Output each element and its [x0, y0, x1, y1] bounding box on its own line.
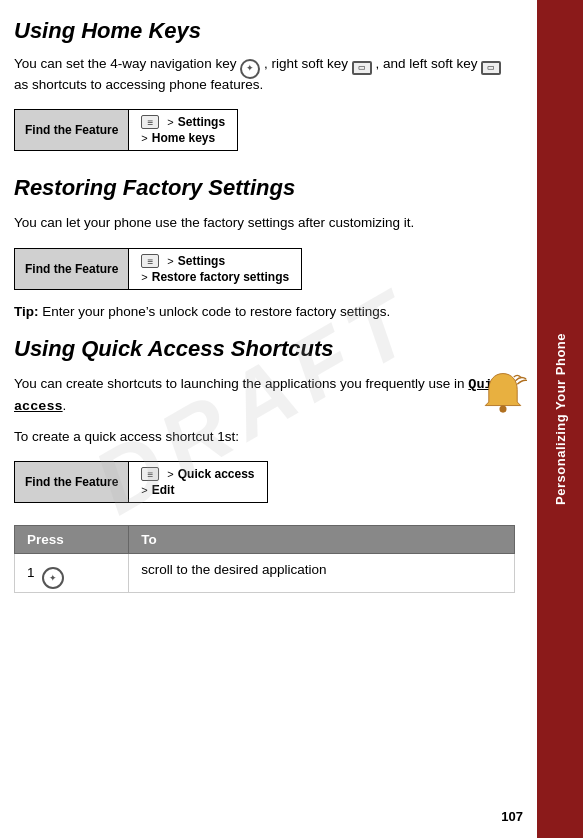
arrow1-2: > [167, 255, 173, 267]
table-header-row: Press To [15, 526, 515, 554]
main-content: Using Home Keys You can set the 4-way na… [0, 0, 535, 611]
find-feature-content-1: > Settings > Home keys [129, 110, 237, 150]
find-feature-content-3: > Quick access > Edit [129, 462, 266, 502]
right-soft-icon: ▭ [352, 61, 372, 75]
arrow2-2: > [141, 271, 147, 283]
find-feature-home-keys: Find the Feature > Settings > Home keys [14, 109, 238, 151]
find-feature-row1-2: > Settings [141, 254, 289, 268]
tip-body: Enter your phone’s unlock code to restor… [39, 304, 391, 319]
menu-icon-1 [141, 115, 159, 129]
arrow2-1: > [141, 132, 147, 144]
menu-icon-3 [141, 467, 159, 481]
section3-body-post: . [63, 398, 67, 413]
settings-label-1: Settings [178, 115, 225, 129]
bell-icon [479, 370, 527, 418]
table-col2-header: To [129, 526, 515, 554]
find-feature-label-2: Find the Feature [15, 249, 129, 289]
find-feature-factory: Find the Feature > Settings > Restore fa… [14, 248, 302, 290]
quick-access-table: Press To 1 ✦ scroll to the desired appli… [14, 525, 515, 593]
step-number: 1 [27, 565, 35, 580]
restore-label: Restore factory settings [152, 270, 289, 284]
tip-text: Tip: Enter your phone’s unlock code to r… [14, 302, 515, 322]
table-col1-header: Press [15, 526, 129, 554]
nav-key-icon: ✦ [240, 59, 260, 79]
section1-body-post: as shortcuts to accessing phone features… [14, 77, 263, 92]
arrow1-1: > [167, 116, 173, 128]
table-row: 1 ✦ scroll to the desired application [15, 554, 515, 593]
arrow1-3: > [167, 468, 173, 480]
section3-body2: To create a quick access shortcut 1st: [14, 427, 515, 447]
sidebar-label: Personalizing Your Phone [553, 333, 568, 505]
section1-body-pre: You can set the 4-way navigation key [14, 56, 236, 71]
settings-label-2: Settings [178, 254, 225, 268]
menu-icon-2 [141, 254, 159, 268]
tip-prefix: Tip: [14, 304, 39, 319]
find-feature-row2-1: > Home keys [141, 131, 225, 145]
sidebar: Personalizing Your Phone [537, 0, 583, 838]
section2-body: You can let your phone use the factory s… [14, 213, 515, 233]
section3-title: Using Quick Access Shortcuts [14, 336, 515, 362]
section3-body1: You can create shortcuts to launching th… [14, 374, 515, 417]
find-feature-row1-3: > Quick access [141, 467, 254, 481]
find-feature-label-1: Find the Feature [15, 110, 129, 150]
svg-point-0 [499, 406, 506, 413]
find-feature-quick-access: Find the Feature > Quick access > Edit [14, 461, 268, 503]
arrow2-3: > [141, 484, 147, 496]
table-cell-action: scroll to the desired application [129, 554, 515, 593]
find-feature-row2-3: > Edit [141, 483, 254, 497]
find-feature-content-2: > Settings > Restore factory settings [129, 249, 301, 289]
table-cell-step: 1 ✦ [15, 554, 129, 593]
section2-title: Restoring Factory Settings [14, 175, 515, 201]
quick-access-label: Quick access [178, 467, 255, 481]
section1-body-mid2: , and left soft key [376, 56, 478, 71]
section1-title: Using Home Keys [14, 18, 515, 44]
section3-body-pre: You can create shortcuts to launching th… [14, 376, 465, 391]
find-feature-row2-2: > Restore factory settings [141, 270, 289, 284]
home-keys-label: Home keys [152, 131, 215, 145]
edit-label: Edit [152, 483, 175, 497]
find-feature-row1-1: > Settings [141, 115, 225, 129]
left-soft-icon: ▭ [481, 61, 501, 75]
section1-body-mid: , right soft key [264, 56, 348, 71]
section1-body: You can set the 4-way navigation key ✦ ,… [14, 54, 515, 95]
page-number: 107 [501, 809, 523, 824]
bell-icon-container [479, 370, 527, 421]
find-feature-label-3: Find the Feature [15, 462, 129, 502]
step-nav-icon: ✦ [42, 567, 64, 589]
